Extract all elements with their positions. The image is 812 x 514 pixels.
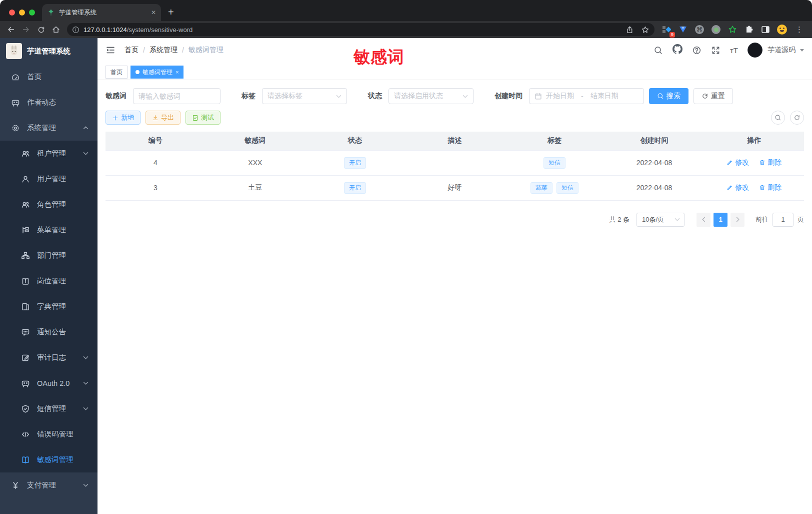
share-button[interactable] <box>626 26 634 34</box>
window-controls <box>0 10 42 21</box>
breadcrumb-system[interactable]: 系统管理 <box>150 46 178 55</box>
sidebar-item-dict-mgmt[interactable]: 字典管理 <box>0 294 98 319</box>
prev-page-button[interactable] <box>696 213 710 227</box>
reset-button[interactable]: 重置 <box>694 88 733 104</box>
sidebar-item-menu-mgmt[interactable]: 菜单管理 <box>0 217 98 243</box>
app-logo[interactable]: 芋道管理系统 <box>0 38 98 64</box>
word-filter-label: 敏感词 <box>106 92 126 101</box>
edit-button[interactable]: 修改 <box>726 158 749 167</box>
cell-word: 土豆 <box>206 175 306 200</box>
sidebar-item-sensitive-word[interactable]: 敏感词管理 <box>0 447 98 472</box>
back-button[interactable] <box>4 23 18 37</box>
sidebar-item-tenant-mgmt[interactable]: 租户管理 <box>0 141 98 166</box>
sidebar-item-pay-mgmt[interactable]: 支付管理 <box>0 472 98 498</box>
sidebar-item-error-code[interactable]: 错误码管理 <box>0 421 98 447</box>
extension-vue-button[interactable] <box>678 25 688 35</box>
green-star-icon <box>728 25 737 34</box>
goto-label: 前往 <box>756 215 768 224</box>
reload-icon <box>37 26 46 34</box>
forward-button[interactable] <box>19 23 33 37</box>
help-button[interactable] <box>692 46 702 55</box>
browser-tab[interactable]: 芋道管理系统 ✕ <box>42 4 161 21</box>
sidebar-item-user-mgmt[interactable]: 用户管理 <box>0 166 98 192</box>
table-search-toggle-button[interactable] <box>771 111 785 125</box>
close-window-button[interactable] <box>9 10 15 16</box>
tag-filter-select[interactable]: 请选择标签 <box>262 88 347 104</box>
trash-icon <box>759 159 766 166</box>
tab-close-icon[interactable]: ✕ <box>151 9 156 16</box>
sidebar-item-label: 作者动态 <box>27 98 88 107</box>
sidebar-item-role-mgmt[interactable]: 角色管理 <box>0 192 98 217</box>
yen-icon <box>11 481 20 490</box>
extensions-puzzle-button[interactable] <box>744 25 754 35</box>
font-size-button[interactable]: тT <box>730 46 738 55</box>
user-avatar[interactable] <box>748 43 762 58</box>
extension-cmd-button[interactable]: ⌘ <box>694 25 704 35</box>
github-link[interactable] <box>672 44 682 56</box>
fullscreen-button[interactable] <box>711 46 720 55</box>
home-button[interactable] <box>49 23 63 37</box>
minimize-window-button[interactable] <box>19 10 25 16</box>
table-row: 4 XXX 开启 短信 2022-04-08 修改 删除 <box>106 150 804 175</box>
sidebar-item-label: 通知公告 <box>37 327 88 337</box>
header-search-button[interactable] <box>654 46 663 55</box>
sidebar-item-label: 支付管理 <box>27 480 76 490</box>
extension-star-button[interactable] <box>728 25 738 35</box>
home-icon <box>52 25 60 34</box>
bookmark-button[interactable] <box>641 26 650 34</box>
sidebar-item-dept-mgmt[interactable]: 部门管理 <box>0 243 98 268</box>
reload-button[interactable] <box>34 23 48 37</box>
sidebar-item-system-mgmt[interactable]: 系统管理 <box>0 115 98 141</box>
sidebar-item-notice[interactable]: 通知公告 <box>0 319 98 345</box>
page-number-button[interactable]: 1 <box>714 213 728 227</box>
sidebar-item-audit-log[interactable]: 审计日志 <box>0 345 98 370</box>
browser-tabstrip: 芋道管理系统 ✕ + <box>0 0 812 21</box>
calendar-icon <box>534 93 542 100</box>
extension-dot-button[interactable] <box>711 25 721 35</box>
sidebar: 芋道管理系统 首页 作者动态 系统管理 租户管理 用户管理 <box>0 38 98 514</box>
address-bar[interactable]: 127.0.0.1:1024/system/sensitive-word <box>67 23 654 36</box>
sidebar-item-post-mgmt[interactable]: 岗位管理 <box>0 268 98 294</box>
profile-avatar-button[interactable] <box>777 25 787 35</box>
edit-button[interactable]: 修改 <box>726 183 749 192</box>
add-button[interactable]: 新增 <box>106 111 140 125</box>
word-filter-input[interactable] <box>134 89 220 104</box>
sidebar-item-author-news[interactable]: 作者动态 <box>0 90 98 115</box>
pencil-icon <box>726 159 733 166</box>
breadcrumb-home[interactable]: 首页 <box>124 46 138 55</box>
doc-check-icon <box>192 115 198 121</box>
user-caret-icon[interactable] <box>800 49 804 52</box>
user-name[interactable]: 芋道源码 <box>768 46 796 55</box>
search-button[interactable]: 搜索 <box>649 88 688 104</box>
chevron-up-icon <box>83 126 88 130</box>
test-button[interactable]: 测试 <box>186 111 220 125</box>
sidebar-fold-button[interactable] <box>106 45 116 55</box>
chevron-down-icon <box>83 381 88 385</box>
browser-menu-button[interactable]: ⋮ <box>794 25 805 34</box>
goto-page-input[interactable] <box>772 213 794 227</box>
extension-grid-button[interactable]: 9 <box>662 25 672 35</box>
next-page-button[interactable] <box>730 213 744 227</box>
sidebar-item-oauth[interactable]: OAuth 2.0 <box>0 370 98 396</box>
delete-button[interactable]: 删除 <box>759 158 782 167</box>
maximize-window-button[interactable] <box>29 10 35 16</box>
export-button[interactable]: 导出 <box>146 111 180 125</box>
search-icon <box>774 114 782 121</box>
view-tab-home[interactable]: 首页 <box>106 66 128 79</box>
side-panel-button[interactable] <box>760 25 770 35</box>
id-badge-icon <box>21 277 30 286</box>
page-size-select[interactable]: 10条/页 <box>636 213 684 227</box>
info-icon <box>72 26 80 34</box>
tab-close-icon[interactable]: × <box>176 69 178 75</box>
new-tab-button[interactable]: + <box>168 7 174 18</box>
breadcrumb: 首页 / 系统管理 / 敏感词管理 <box>124 46 224 55</box>
sidebar-item-sms-mgmt[interactable]: 短信管理 <box>0 396 98 421</box>
sidebar-item-home[interactable]: 首页 <box>0 64 98 90</box>
date-range-picker[interactable]: 开始日期 - 结束日期 <box>529 88 644 104</box>
view-tab-sensitive-word[interactable]: 敏感词管理 × <box>130 66 184 79</box>
col-tags: 标签 <box>504 132 604 150</box>
status-filter-select[interactable]: 请选择启用状态 <box>388 88 474 104</box>
question-circle-icon <box>692 46 702 55</box>
delete-button[interactable]: 删除 <box>759 183 782 192</box>
table-refresh-button[interactable] <box>790 111 804 125</box>
